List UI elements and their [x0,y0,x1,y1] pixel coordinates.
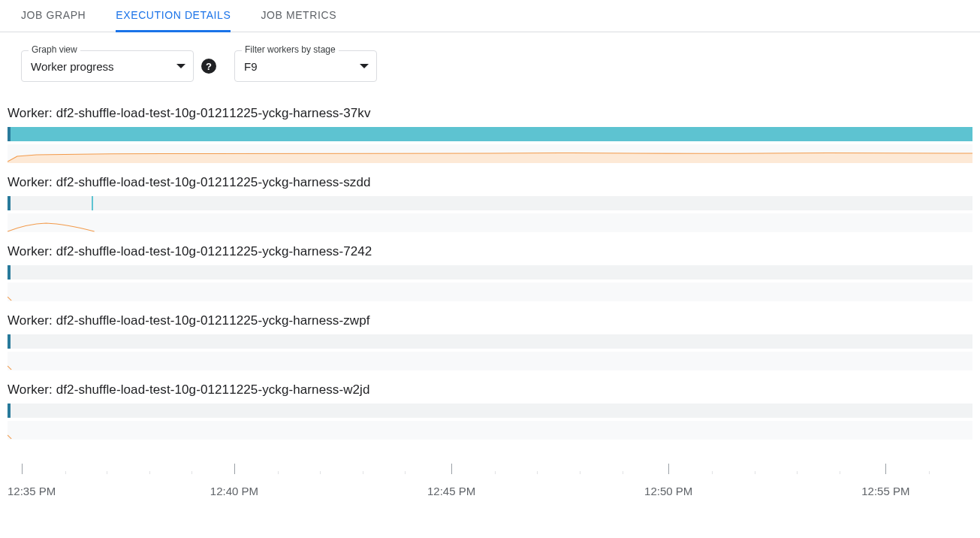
axis-label: 12:45 PM [427,485,475,497]
axis-label: 12:50 PM [644,485,692,497]
tab-bar: JOB GRAPH EXECUTION DETAILS JOB METRICS [0,0,980,32]
graph-view-select[interactable]: Graph view Worker progress [21,50,194,82]
worker-row: Worker: df2-shuffle-load-test-10g-012112… [8,175,972,232]
progress-bar[interactable] [8,404,972,418]
filter-stage-label: Filter workers by stage [242,44,339,55]
tab-job-metrics[interactable]: JOB METRICS [261,0,336,32]
tab-job-graph[interactable]: JOB GRAPH [21,0,86,32]
tab-execution-details[interactable]: EXECUTION DETAILS [116,0,231,32]
axis-label: 12:55 PM [861,485,909,497]
axis-label: 12:35 PM [8,485,56,497]
progress-bar[interactable] [8,334,972,349]
worker-row: Worker: df2-shuffle-load-test-10g-012112… [8,244,972,301]
progress-bar[interactable] [8,127,972,141]
sparkline [8,213,972,232]
chevron-down-icon [360,64,369,68]
worker-title: Worker: df2-shuffle-load-test-10g-012112… [8,175,972,190]
sparkline [8,283,972,301]
sparkline [8,144,972,163]
worker-title: Worker: df2-shuffle-load-test-10g-012112… [8,244,972,259]
help-icon[interactable]: ? [201,59,216,74]
progress-bar[interactable] [8,265,972,280]
graph-view-value: Worker progress [31,60,114,73]
worker-title: Worker: df2-shuffle-load-test-10g-012112… [8,106,972,121]
graph-view-label: Graph view [29,44,80,55]
filter-stage-value: F9 [244,60,258,73]
filter-stage-select[interactable]: Filter workers by stage F9 [234,50,377,82]
axis-label: 12:40 PM [210,485,258,497]
sparkline [8,352,972,370]
sparkline [8,421,972,440]
controls-row: Graph view Worker progress ? Filter work… [0,32,980,89]
chart-area: Worker: df2-shuffle-load-test-10g-012112… [0,89,980,453]
worker-row: Worker: df2-shuffle-load-test-10g-012112… [8,382,972,440]
chevron-down-icon [176,64,185,68]
worker-title: Worker: df2-shuffle-load-test-10g-012112… [8,313,972,328]
worker-title: Worker: df2-shuffle-load-test-10g-012112… [8,382,972,397]
progress-bar[interactable] [8,196,972,210]
time-axis: 12:35 PM 12:40 PM 12:45 PM 12:50 PM 12:5… [8,464,972,509]
worker-row: Worker: df2-shuffle-load-test-10g-012112… [8,313,972,370]
worker-row: Worker: df2-shuffle-load-test-10g-012112… [8,106,972,163]
